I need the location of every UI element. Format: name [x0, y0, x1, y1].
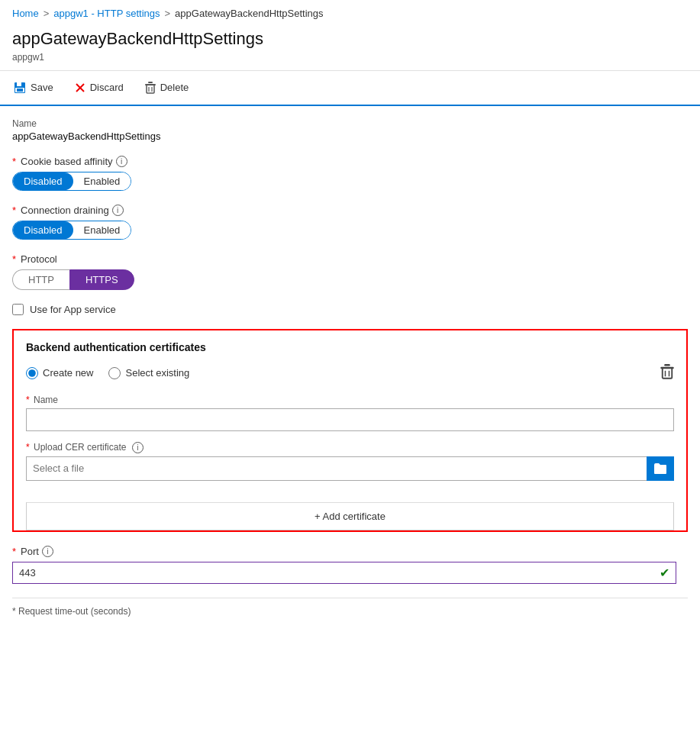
use-app-service-row: Use for App service — [12, 304, 688, 315]
select-existing-label[interactable]: Select existing — [108, 367, 189, 379]
cookie-enabled-option[interactable]: Enabled — [73, 172, 131, 190]
cookie-affinity-label: Cookie based affinity — [21, 156, 112, 167]
breadcrumb: Home > appgw1 - HTTP settings > appGatew… — [0, 0, 700, 25]
port-info-icon[interactable]: i — [42, 546, 53, 557]
breadcrumb-current: appGatewayBackendHttpSettings — [175, 8, 323, 19]
connection-draining-label: Connection draining — [21, 205, 109, 216]
conn-enabled-option[interactable]: Enabled — [73, 221, 131, 239]
delete-toolbar-icon — [145, 82, 156, 94]
create-new-label[interactable]: Create new — [26, 367, 93, 379]
protocol-https-btn[interactable]: HTTPS — [69, 269, 134, 290]
page-subtitle: appgw1 — [12, 52, 688, 63]
cert-radio-row: Create new Select existing — [26, 364, 674, 382]
protocol-group: * Protocol HTTP HTTPS — [12, 253, 688, 290]
file-input-row — [26, 456, 674, 481]
port-field-group: * Port i ✔ — [12, 546, 688, 584]
breadcrumb-sep2: > — [165, 8, 171, 19]
protocol-http-btn[interactable]: HTTP — [12, 269, 69, 290]
breadcrumb-appgw[interactable]: appgw1 - HTTP settings — [53, 8, 160, 19]
svg-rect-1 — [17, 82, 21, 86]
delete-button[interactable]: Delete — [144, 79, 191, 97]
select-existing-radio[interactable] — [108, 367, 121, 379]
conn-toggle-option[interactable]: Disabled Enabled — [12, 221, 131, 240]
save-label: Save — [31, 82, 53, 93]
conn-disabled-option[interactable]: Disabled — [13, 221, 73, 239]
add-certificate-button[interactable]: + Add certificate — [26, 502, 674, 530]
use-app-service-label[interactable]: Use for App service — [30, 304, 116, 315]
breadcrumb-sep1: > — [44, 8, 50, 19]
use-app-service-checkbox[interactable] — [12, 304, 24, 315]
connection-draining-group: * Connection draining i Disabled Enabled — [12, 205, 688, 240]
connection-draining-toggle[interactable]: Disabled Enabled — [12, 221, 688, 240]
cert-name-required: * — [26, 395, 30, 405]
cert-section-title: Backend authentication certificates — [26, 341, 674, 353]
discard-button[interactable]: Discard — [73, 79, 125, 96]
more-settings-hint: * Request time-out (seconds) — [12, 598, 688, 617]
delete-label: Delete — [160, 82, 189, 93]
conn-required-star: * — [12, 205, 16, 216]
page-title: appGatewayBackendHttpSettings — [12, 28, 688, 50]
create-new-text: Create new — [43, 367, 93, 379]
page-header: appGatewayBackendHttpSettings appgw1 — [0, 25, 700, 71]
create-new-radio[interactable] — [26, 367, 38, 379]
svg-rect-13 — [663, 368, 673, 379]
cookie-affinity-toggle[interactable]: Disabled Enabled — [12, 172, 688, 191]
upload-cert-label-row: * Upload CER certificate i — [26, 442, 674, 453]
cookie-info-icon[interactable]: i — [116, 156, 127, 167]
port-input-row: ✔ — [12, 562, 676, 584]
cookie-disabled-option[interactable]: Disabled — [13, 172, 73, 190]
file-select-input[interactable] — [26, 456, 647, 481]
save-button[interactable]: Save — [12, 79, 55, 97]
port-input[interactable] — [19, 567, 660, 579]
cookie-required-star: * — [12, 156, 16, 167]
protocol-label: Protocol — [21, 253, 57, 265]
cookie-toggle-option[interactable]: Disabled Enabled — [12, 172, 131, 191]
upload-info-icon[interactable]: i — [132, 442, 144, 453]
toolbar: Save Discard Delete — [0, 71, 700, 106]
port-required-star: * — [12, 546, 16, 557]
cert-name-field: * Name — [26, 395, 674, 431]
delete-cert-svg — [660, 364, 674, 379]
save-icon — [14, 82, 26, 94]
breadcrumb-home[interactable]: Home — [12, 8, 39, 19]
cookie-affinity-group: * Cookie based affinity i Disabled Enabl… — [12, 156, 688, 191]
port-check-icon: ✔ — [660, 566, 669, 580]
cert-delete-icon[interactable] — [660, 364, 674, 382]
proto-required-star: * — [12, 253, 16, 265]
name-field-group: Name appGatewayBackendHttpSettings — [12, 118, 688, 142]
svg-rect-7 — [148, 82, 153, 83]
discard-label: Discard — [90, 82, 124, 93]
conn-info-icon[interactable]: i — [112, 205, 124, 216]
svg-rect-3 — [17, 89, 23, 92]
name-value: appGatewayBackendHttpSettings — [12, 131, 688, 142]
upload-cert-label: Upload CER certificate — [34, 442, 126, 453]
cert-name-label-row: * Name — [26, 395, 674, 405]
upload-cert-field: * Upload CER certificate i — [26, 442, 674, 481]
protocol-toggle[interactable]: HTTP HTTPS — [12, 269, 688, 290]
discard-icon — [75, 82, 85, 93]
folder-icon — [653, 463, 667, 475]
cert-name-input[interactable] — [26, 408, 674, 431]
port-label: Port — [21, 546, 39, 557]
form-body: Name appGatewayBackendHttpSettings * Coo… — [0, 106, 700, 629]
svg-rect-12 — [664, 364, 670, 366]
upload-required: * — [26, 442, 30, 453]
svg-rect-8 — [147, 85, 154, 93]
select-existing-text: Select existing — [125, 367, 189, 379]
cert-section: Backend authentication certificates Crea… — [12, 329, 688, 532]
cert-name-label: Name — [34, 395, 58, 405]
name-label: Name — [12, 118, 688, 129]
file-browse-button[interactable] — [647, 456, 674, 481]
